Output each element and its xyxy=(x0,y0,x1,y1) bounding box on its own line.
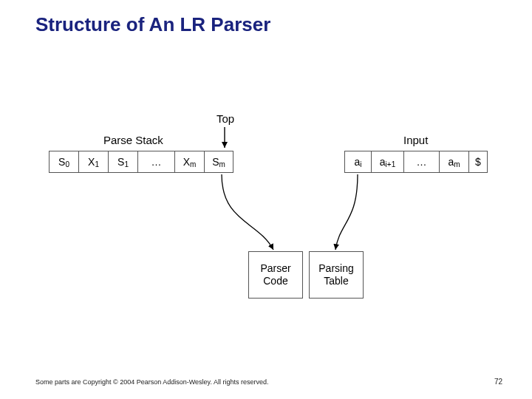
top-label: Top xyxy=(216,112,234,125)
input-cell-base: a xyxy=(448,156,454,168)
input-cell: $ xyxy=(468,151,488,173)
input-cell: ai+1 xyxy=(371,151,403,173)
stack-cell-base: X xyxy=(183,156,190,168)
input-cell: am xyxy=(439,151,468,173)
input-cell-sub: i xyxy=(360,160,361,168)
input-cell-base: $ xyxy=(475,156,481,168)
input-cell-base: … xyxy=(417,156,427,168)
stack-cell-base: S xyxy=(117,156,124,168)
stack-cell-sub: m xyxy=(190,160,196,168)
stack-cell-base: X xyxy=(88,156,95,168)
input-cell-sub: m xyxy=(454,160,460,168)
input-row: ai ai+1 … am $ xyxy=(344,151,488,173)
parsing-table-text: Parsing Table xyxy=(318,262,353,288)
input-cell-base: a xyxy=(354,156,360,168)
parser-code-text: Parser Code xyxy=(260,262,290,288)
input-cell: … xyxy=(403,151,439,173)
stack-cell-sub: 0 xyxy=(65,160,69,168)
stack-cell: Xm xyxy=(174,151,204,173)
stack-cell-sub: 1 xyxy=(124,160,129,168)
parse-stack-label: Parse Stack xyxy=(103,134,163,146)
parse-stack-row: S0 X1 S1 … Xm Sm xyxy=(49,151,233,173)
input-cell-sub: i+1 xyxy=(386,160,396,168)
input-label: Input xyxy=(403,134,428,146)
stack-cell-sub: m xyxy=(219,160,225,168)
stack-cell-base: S xyxy=(58,156,65,168)
arrows-overlay xyxy=(0,0,532,399)
stack-cell: Sm xyxy=(204,151,233,173)
stack-cell-base: … xyxy=(151,156,162,168)
input-cell: ai xyxy=(344,151,371,173)
stack-cell: S1 xyxy=(108,151,137,173)
stack-cell: X1 xyxy=(78,151,108,173)
parser-code-box: Parser Code xyxy=(248,251,303,299)
stack-cell: S0 xyxy=(49,151,78,173)
stack-cell-base: S xyxy=(212,156,219,168)
parsing-table-box: Parsing Table xyxy=(309,251,364,299)
input-cell-base: a xyxy=(380,156,386,168)
page-number: 72 xyxy=(494,378,502,386)
slide-title: Structure of An LR Parser xyxy=(35,13,270,36)
copyright-footer: Some parts are Copyright © 2004 Pearson … xyxy=(35,378,268,386)
stack-cell: … xyxy=(137,151,174,173)
stack-cell-sub: 1 xyxy=(95,160,99,168)
